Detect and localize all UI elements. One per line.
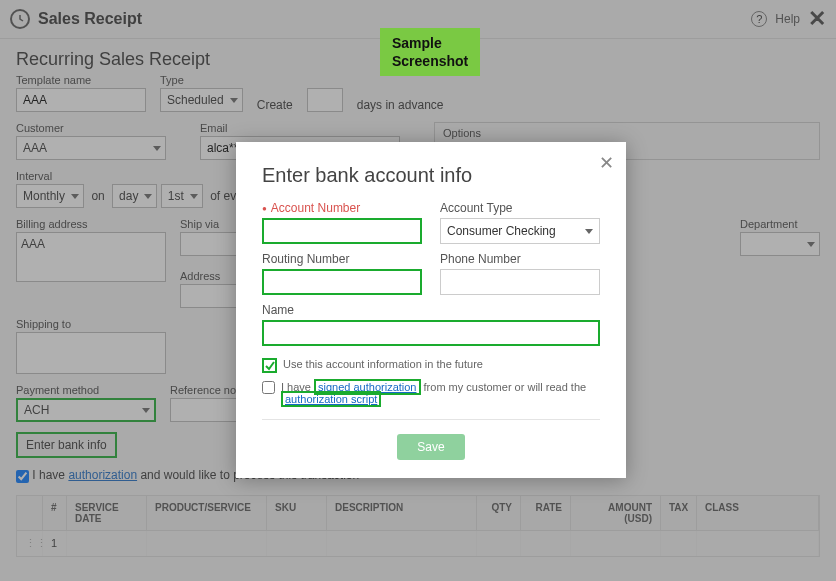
phone-number-label: Phone Number bbox=[440, 252, 600, 266]
name-label: Name bbox=[262, 303, 600, 317]
modal-close-icon[interactable]: ✕ bbox=[599, 152, 614, 174]
routing-number-input[interactable] bbox=[262, 269, 422, 295]
account-type-label: Account Type bbox=[440, 201, 600, 215]
chevron-down-icon bbox=[585, 229, 593, 234]
routing-number-label: Routing Number bbox=[262, 252, 422, 266]
account-number-input[interactable] bbox=[262, 218, 422, 244]
phone-number-input[interactable] bbox=[440, 269, 600, 295]
sample-screenshot-badge: Sample Screenshot bbox=[380, 28, 480, 76]
name-input[interactable] bbox=[262, 320, 600, 346]
bank-info-modal: ✕ Enter bank account info Account Number… bbox=[236, 142, 626, 478]
use-future-checkbox[interactable]: Use this account information in the futu… bbox=[262, 358, 600, 373]
account-type-select[interactable]: Consumer Checking bbox=[440, 218, 600, 244]
account-number-label: Account Number bbox=[262, 201, 422, 215]
modal-title: Enter bank account info bbox=[262, 164, 600, 187]
save-button[interactable]: Save bbox=[397, 434, 464, 460]
use-future-label: Use this account information in the futu… bbox=[283, 358, 483, 370]
account-type-value: Consumer Checking bbox=[447, 224, 556, 238]
signed-authorization-checkbox[interactable]: I have signed authorization from my cust… bbox=[262, 381, 600, 405]
auth-text-mid: from my customer or will read the bbox=[421, 381, 587, 393]
authorization-script-link[interactable]: authorization script bbox=[281, 391, 381, 407]
